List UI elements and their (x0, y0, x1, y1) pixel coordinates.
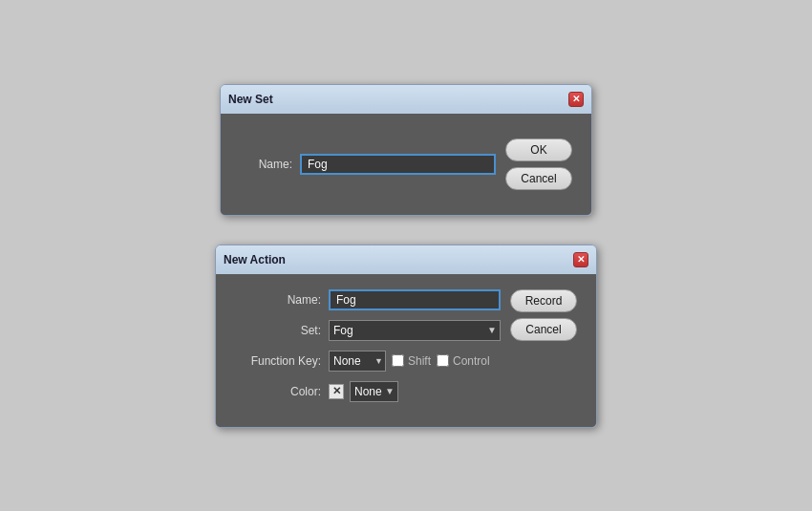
record-button[interactable]: Record (510, 289, 577, 312)
color-select[interactable]: None RedOrangeYellow GreenBlueViolet Gra… (350, 381, 398, 402)
new-set-form: Name: (240, 154, 496, 175)
function-key-select-wrapper: None F1F2F3 F4F5F6 F7F8F9 F10F11F12 ▼ (329, 351, 386, 372)
new-action-titlebar: New Action ✕ (216, 245, 596, 274)
color-controls: ✕ None RedOrangeYellow GreenBlueViolet G… (329, 381, 398, 402)
name-row: Name: (235, 289, 501, 310)
control-checkbox[interactable] (437, 354, 449, 367)
ok-button[interactable]: OK (505, 138, 572, 161)
color-select-wrapper: None RedOrangeYellow GreenBlueViolet Gra… (350, 381, 398, 402)
color-row: Color: ✕ None RedOrangeYellow GreenBlueV… (235, 381, 501, 402)
name-label: Name: (235, 293, 321, 307)
new-action-layout: Name: Set: Fog ▼ Function Key: (235, 289, 577, 412)
action-name-input[interactable] (329, 289, 501, 310)
new-set-buttons: OK Cancel (505, 138, 572, 190)
name-input[interactable] (300, 154, 496, 175)
new-set-content: Name: OK Cancel (240, 129, 572, 200)
cancel-button[interactable]: Cancel (505, 167, 572, 190)
new-action-dialog: New Action ✕ Name: Set: Fog (215, 245, 597, 428)
set-row: Set: Fog ▼ (235, 320, 501, 341)
function-key-select[interactable]: None F1F2F3 F4F5F6 F7F8F9 F10F11F12 (329, 351, 386, 372)
new-set-dialog: New Set ✕ Name: OK Cancel (220, 84, 592, 216)
action-form: Name: Set: Fog ▼ Function Key: (235, 289, 501, 412)
control-checkbox-label[interactable]: Control (437, 354, 490, 368)
close-icon: ✕ (572, 94, 580, 104)
action-buttons: Record Cancel (510, 289, 577, 412)
new-set-close-button[interactable]: ✕ (568, 92, 584, 107)
new-action-close-button[interactable]: ✕ (573, 252, 588, 267)
new-action-title: New Action (224, 253, 286, 266)
function-key-controls: None F1F2F3 F4F5F6 F7F8F9 F10F11F12 ▼ Sh… (329, 351, 490, 372)
action-cancel-button[interactable]: Cancel (510, 318, 577, 341)
set-select[interactable]: Fog (329, 320, 501, 341)
new-set-title: New Set (228, 93, 273, 106)
new-action-body: Name: Set: Fog ▼ Function Key: (216, 274, 596, 427)
function-key-label: Function Key: (235, 354, 321, 368)
close-icon: ✕ (577, 254, 585, 265)
new-set-body: Name: OK Cancel (221, 114, 591, 215)
set-label: Set: (235, 324, 321, 337)
set-select-wrapper: Fog ▼ (329, 320, 501, 341)
name-label: Name: (240, 158, 292, 171)
shift-checkbox[interactable] (392, 354, 404, 367)
function-key-row: Function Key: None F1F2F3 F4F5F6 F7F8F9 … (235, 351, 501, 372)
color-x-box: ✕ (329, 384, 344, 399)
color-label: Color: (235, 385, 321, 398)
new-set-titlebar: New Set ✕ (221, 85, 591, 114)
shift-checkbox-label[interactable]: Shift (392, 354, 431, 368)
